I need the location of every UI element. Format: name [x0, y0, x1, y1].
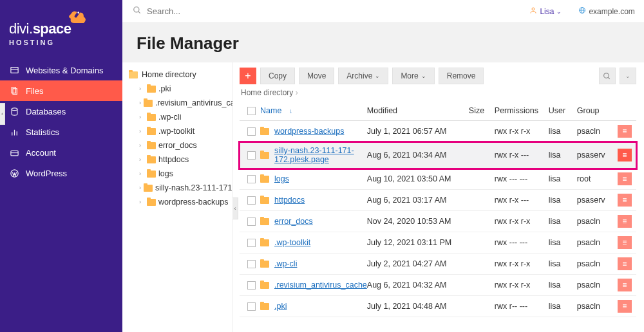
row-checkbox[interactable]: [247, 127, 256, 136]
sidebar-item-statistics[interactable]: Statistics: [0, 122, 122, 142]
folder-icon: [147, 199, 156, 206]
column-modified[interactable]: Modified: [367, 106, 469, 115]
chevron-right-icon: ›: [139, 86, 144, 92]
file-name-cell[interactable]: .revisium_antivirus_cache: [260, 281, 367, 290]
row-menu-button[interactable]: ≡: [618, 279, 632, 291]
sidebar-item-files[interactable]: Files: [0, 80, 122, 101]
chevron-right-icon: ›: [139, 185, 141, 191]
tree-item[interactable]: ›httpdocs: [135, 152, 232, 167]
add-button[interactable]: +: [240, 68, 256, 84]
table-settings-button[interactable]: ⌄: [620, 68, 636, 84]
row-checkbox[interactable]: [247, 302, 256, 311]
tree-item-label: logs: [158, 169, 173, 178]
folder-icon: [260, 239, 269, 246]
file-name-cell[interactable]: wordpress-backups: [260, 127, 367, 136]
file-name-cell[interactable]: .wp-cli: [260, 259, 367, 268]
table-row: .revisium_antivirus_cacheAug 6, 2021 04:…: [240, 275, 636, 296]
column-user[interactable]: User: [549, 106, 577, 115]
file-link[interactable]: httpdocs: [274, 196, 305, 205]
file-name-cell[interactable]: logs: [260, 174, 367, 183]
file-link[interactable]: error_docs: [274, 217, 313, 226]
modified-cell: Aug 6, 2021 03:17 AM: [367, 196, 469, 205]
row-checkbox[interactable]: [247, 196, 256, 205]
user-cell: lisa: [549, 127, 577, 136]
sidebar-item-label: Files: [26, 86, 43, 96]
column-name[interactable]: Name↓: [260, 106, 367, 115]
column-group[interactable]: Group: [577, 106, 616, 115]
group-cell: psacln: [577, 259, 616, 268]
remove-button[interactable]: Remove: [439, 68, 484, 84]
row-checkbox[interactable]: [247, 217, 256, 226]
sidebar-collapse-handle[interactable]: ‹: [0, 103, 5, 125]
row-menu-button[interactable]: ≡: [618, 215, 632, 228]
row-menu-button[interactable]: ≡: [618, 300, 632, 313]
group-cell: psacln: [577, 238, 616, 247]
sidebar-item-wordpress[interactable]: WordPress: [0, 163, 122, 183]
file-link[interactable]: logs: [274, 174, 289, 183]
file-name-cell[interactable]: error_docs: [260, 217, 367, 226]
tree-item[interactable]: ›.revisium_antivirus_cache: [135, 96, 232, 110]
row-menu-button[interactable]: ≡: [618, 149, 632, 161]
archive-button[interactable]: Archive⌄: [338, 68, 388, 84]
file-name-cell[interactable]: silly-nash.23-111-171-172.plesk.page: [260, 146, 367, 164]
table-search-button[interactable]: [599, 68, 616, 84]
select-all-checkbox[interactable]: [247, 107, 256, 115]
tree-item[interactable]: ›error_docs: [135, 138, 232, 152]
file-name-cell[interactable]: .pki: [260, 302, 367, 311]
svg-point-19: [604, 73, 609, 78]
sidebar: divi.space HOSTING Websites & DomainsFil…: [0, 0, 122, 332]
file-link[interactable]: silly-nash.23-111-171-172.plesk.page: [274, 146, 367, 164]
search-box[interactable]: [133, 6, 524, 17]
copy-button[interactable]: Copy: [260, 68, 295, 84]
sidebar-item-databases[interactable]: Databases: [0, 101, 122, 122]
breadcrumb[interactable]: Home directory ›: [240, 84, 636, 101]
file-link[interactable]: .wp-cli: [274, 259, 297, 268]
column-size[interactable]: Size: [469, 106, 495, 115]
tree-item[interactable]: ›.pki: [135, 82, 232, 96]
modified-cell: July 1, 2021 04:48 AM: [367, 302, 469, 311]
file-link[interactable]: .revisium_antivirus_cache: [274, 281, 367, 290]
tree-item[interactable]: ›.wp-toolkit: [135, 124, 232, 138]
row-checkbox[interactable]: [247, 175, 256, 183]
file-link[interactable]: .wp-toolkit: [274, 238, 310, 247]
tree-item-label: silly-nash.23-111-171-172.plesk.page: [155, 183, 232, 192]
move-button[interactable]: Move: [299, 68, 334, 84]
domain-link[interactable]: example.com: [578, 6, 634, 16]
folder-icon: [260, 128, 269, 135]
row-menu-button[interactable]: ≡: [618, 236, 632, 249]
more-button[interactable]: More⌄: [392, 68, 434, 84]
row-menu-button[interactable]: ≡: [618, 257, 632, 270]
row-menu-button[interactable]: ≡: [618, 172, 632, 185]
folder-icon: [260, 176, 269, 183]
file-link[interactable]: wordpress-backups: [274, 127, 344, 136]
permissions-cell: rwx r-x ---: [495, 196, 549, 205]
file-link[interactable]: .pki: [274, 302, 287, 311]
tree-item[interactable]: ›logs: [135, 167, 232, 181]
file-name-cell[interactable]: .wp-toolkit: [260, 238, 367, 247]
globe-icon: [578, 6, 586, 16]
permissions-cell: rwx r-x r-x: [495, 259, 549, 268]
tree-item-label: .wp-cli: [158, 113, 181, 122]
table-row: .pkiJuly 1, 2021 04:48 AMrwx r-- ---lisa…: [240, 296, 636, 317]
user-menu[interactable]: Lisa ⌄: [529, 6, 562, 16]
folder-icon: [147, 156, 156, 163]
row-menu-button[interactable]: ≡: [618, 125, 632, 138]
tree-root[interactable]: Home directory: [122, 68, 232, 82]
row-checkbox[interactable]: [247, 281, 256, 290]
search-input[interactable]: [147, 6, 276, 16]
row-checkbox[interactable]: [247, 260, 256, 268]
sidebar-item-account[interactable]: Account: [0, 142, 122, 163]
websites-icon: [9, 65, 19, 75]
row-checkbox[interactable]: [247, 239, 256, 247]
table-row: silly-nash.23-111-171-172.plesk.pageAug …: [240, 142, 636, 169]
row-checkbox[interactable]: [247, 151, 256, 160]
column-permissions[interactable]: Permissions: [495, 106, 549, 115]
file-name-cell[interactable]: httpdocs: [260, 196, 367, 205]
tree-item[interactable]: ›wordpress-backups: [135, 195, 232, 209]
sort-indicator-icon: ↓: [289, 107, 292, 115]
tree-collapse-handle[interactable]: ‹: [232, 198, 238, 219]
row-menu-button[interactable]: ≡: [618, 194, 632, 207]
sidebar-item-websites[interactable]: Websites & Domains: [0, 60, 122, 80]
tree-item[interactable]: ›silly-nash.23-111-171-172.plesk.page: [135, 181, 232, 195]
tree-item[interactable]: ›.wp-cli: [135, 110, 232, 124]
